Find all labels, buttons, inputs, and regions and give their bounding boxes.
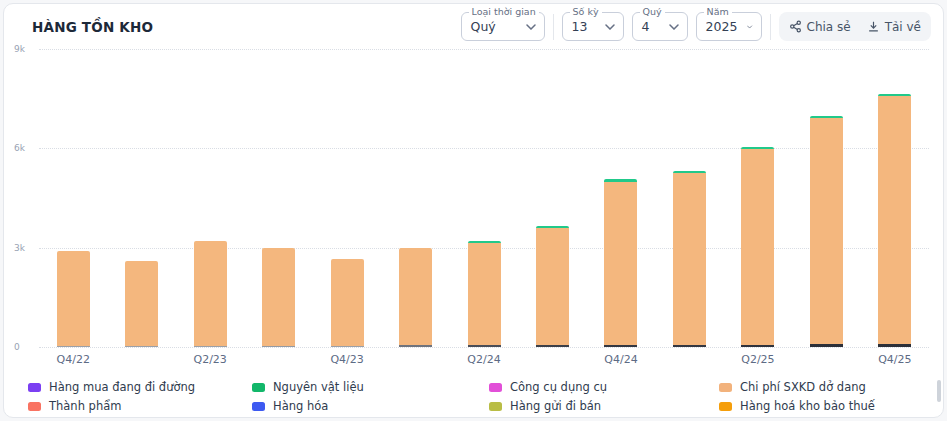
bar-Q3/23[interactable] — [262, 248, 295, 347]
legend: Hàng mua đang đi đườngNguyên vật liệuCôn… — [28, 380, 931, 413]
num-periods-label: Số kỳ — [570, 6, 602, 17]
bar-segment — [468, 243, 501, 345]
bar-segment — [331, 346, 364, 348]
x-tick-label — [381, 353, 449, 366]
gridline — [39, 347, 929, 348]
legend-swatch — [719, 383, 732, 392]
num-periods-value: 13 — [572, 19, 588, 34]
legend-label: Hàng gửi đi bán — [510, 399, 601, 413]
legend-item[interactable]: Hàng hóa — [252, 399, 489, 413]
bar-segment — [262, 346, 295, 348]
bar-Q1/25[interactable] — [673, 171, 706, 347]
legend-swatch — [252, 402, 265, 411]
period-type-select[interactable]: Loại thời gian Quý — [461, 12, 545, 41]
year-value: 2025 — [706, 19, 738, 34]
legend-item[interactable]: Nguyên vật liệu — [252, 380, 489, 394]
bar-slot — [587, 49, 655, 347]
x-tick-label — [792, 353, 860, 366]
legend-label: Nguyên vật liệu — [273, 380, 364, 394]
legend-label: Hàng hoá kho bảo thuế — [740, 399, 875, 413]
bar-Q4/24[interactable] — [604, 179, 637, 347]
bar-slot — [176, 49, 244, 347]
period-type-label: Loại thời gian — [469, 6, 539, 17]
legend-label: Thành phẩm — [49, 399, 121, 413]
x-tick-label: Q2/23 — [176, 353, 244, 366]
bar-segment — [331, 259, 364, 346]
bar-slot — [861, 49, 929, 347]
x-tick-label — [655, 353, 723, 366]
bar-slot — [244, 49, 312, 347]
bar-segment — [125, 261, 158, 346]
bar-Q4/25[interactable] — [878, 94, 911, 347]
bar-Q3/25[interactable] — [810, 116, 843, 347]
chart-controls: Loại thời gian Quý Số kỳ 13 Quý 4 Năm 20… — [461, 12, 931, 41]
x-tick-label: Q4/23 — [313, 353, 381, 366]
page-title: HÀNG TỒN KHO — [32, 19, 153, 35]
bar-segment — [604, 345, 637, 347]
legend-item[interactable]: Hàng hoá kho bảo thuế — [719, 399, 931, 413]
action-buttons: Chia sẻ Tải về — [779, 12, 931, 41]
bar-Q1/23[interactable] — [125, 261, 158, 347]
legend-swatch — [252, 383, 265, 392]
share-button-label: Chia sẻ — [807, 20, 851, 34]
y-axis: 03k6k9k — [14, 4, 38, 417]
share-button[interactable]: Chia sẻ — [789, 20, 851, 34]
download-button[interactable]: Tải về — [867, 20, 921, 34]
year-select[interactable]: Năm 2025 — [696, 12, 762, 41]
year-label: Năm — [704, 6, 732, 17]
y-tick-label: 3k — [14, 243, 25, 253]
bar-segment — [194, 241, 227, 346]
bar-segment — [741, 149, 774, 344]
bar-segment — [810, 118, 843, 345]
legend-label: Hàng mua đang đi đường — [49, 380, 195, 394]
divider — [770, 14, 771, 40]
legend-item[interactable]: Thành phẩm — [28, 399, 252, 413]
chevron-down-icon — [747, 24, 752, 30]
y-tick-label: 9k — [14, 44, 25, 54]
x-tick-label: Q4/25 — [861, 353, 929, 366]
bar-Q1/24[interactable] — [399, 248, 432, 347]
bar-Q2/23[interactable] — [194, 241, 227, 348]
inventory-chart-card: HÀNG TỒN KHO Loại thời gian Quý Số kỳ 13… — [3, 3, 944, 418]
quarter-select[interactable]: Quý 4 — [632, 12, 688, 41]
bar-segment — [57, 346, 90, 348]
quarter-label: Quý — [640, 6, 665, 17]
quarter-value: 4 — [642, 19, 650, 34]
bar-segment — [57, 251, 90, 346]
bar-Q2/24[interactable] — [468, 241, 501, 347]
bar-Q3/24[interactable] — [536, 226, 569, 347]
bar-slot — [792, 49, 860, 347]
bar-slot — [655, 49, 723, 347]
legend-swatch — [719, 402, 732, 411]
legend-item[interactable]: Công cụ dụng cụ — [489, 380, 719, 394]
chevron-down-icon — [605, 24, 615, 30]
bar-segment — [262, 248, 295, 346]
bars-container — [39, 49, 929, 347]
x-tick-label: Q2/25 — [724, 353, 792, 366]
bar-slot — [107, 49, 175, 347]
scrollbar-thumb[interactable] — [937, 380, 941, 402]
bar-Q4/22[interactable] — [57, 251, 90, 347]
bar-segment — [468, 345, 501, 347]
download-icon — [867, 20, 880, 33]
bar-Q2/25[interactable] — [741, 147, 774, 347]
bar-segment — [536, 228, 569, 345]
chevron-down-icon — [669, 24, 679, 30]
x-tick-label: Q2/24 — [450, 353, 518, 366]
legend-label: Công cụ dụng cụ — [510, 380, 607, 394]
bar-Q4/23[interactable] — [331, 259, 364, 347]
divider — [553, 14, 554, 40]
x-tick-label — [518, 353, 586, 366]
bar-segment — [399, 345, 432, 347]
legend-item[interactable]: Hàng mua đang đi đường — [28, 380, 252, 394]
legend-item[interactable]: Hàng gửi đi bán — [489, 399, 719, 413]
bar-segment — [604, 182, 637, 345]
num-periods-select[interactable]: Số kỳ 13 — [562, 12, 624, 41]
legend-item[interactable]: Chi phí SXKD dở dang — [719, 380, 931, 394]
bar-segment — [194, 346, 227, 348]
bar-slot — [39, 49, 107, 347]
bar-segment — [673, 345, 706, 347]
legend-label: Hàng hóa — [273, 399, 328, 413]
bar-segment — [810, 344, 843, 347]
bar-slot — [724, 49, 792, 347]
